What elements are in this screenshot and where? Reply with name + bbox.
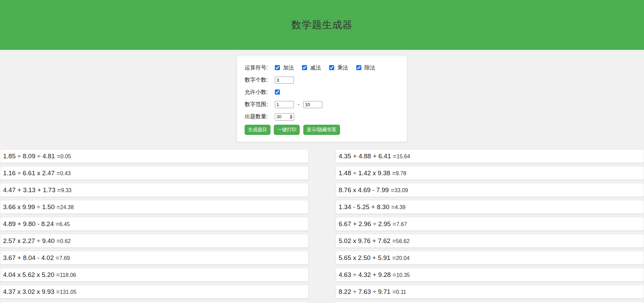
allow-decimal-checkbox[interactable] xyxy=(275,89,280,95)
problem-row: 3.66 x 9.99 ÷ 1.50 =24.38 xyxy=(0,200,308,214)
operator-addition-group: 加法 xyxy=(275,64,294,72)
problem-answer: 10.35 xyxy=(396,272,410,278)
print-button[interactable]: 一键打印 xyxy=(274,125,300,135)
question-count-row: 出题数量: 30 xyxy=(245,113,399,120)
division-checkbox[interactable] xyxy=(356,65,361,70)
problem-row: 4.89 + 9.80 - 8.24 =6.45 xyxy=(0,217,308,231)
problem-expression: 4.04 x 5.62 x 5.20 = xyxy=(3,271,60,278)
problem-expression: 8.22 ÷ 7.63 ÷ 9.71 = xyxy=(339,288,396,295)
problem-row-clipped xyxy=(0,302,308,303)
operators-row: 运算符号: 加法 减法 乘法 除法 xyxy=(245,64,399,72)
problem-row: 1.34 - 5.25 + 8.30 =4.39 xyxy=(336,200,644,214)
problem-row: 5.02 x 9.76 + 7.62 =56.62 xyxy=(336,234,644,248)
problem-expression: 4.37 x 3.02 x 9.93 = xyxy=(3,288,60,295)
problem-answer: 0.62 xyxy=(60,238,71,244)
addition-label: 加法 xyxy=(283,65,294,70)
question-count-value: 30 xyxy=(277,113,281,121)
problem-answer: 9.78 xyxy=(396,170,406,176)
problem-answer: 24.38 xyxy=(60,204,74,210)
problem-answer: 20.04 xyxy=(396,255,410,261)
problem-answer: 0.05 xyxy=(60,154,71,159)
problem-row: 1.48 ÷ 1.42 x 9.38 =9.78 xyxy=(336,166,644,180)
toggle-answers-button[interactable]: 显示/隐藏答案 xyxy=(303,125,340,135)
number-range-label: 数字范围: xyxy=(245,100,268,108)
problem-expression: 4.89 + 9.80 - 8.24 = xyxy=(3,220,59,227)
problem-answer: 118.06 xyxy=(60,272,76,278)
problem-row: 6.67 + 2.96 ÷ 2.95 =7.67 xyxy=(336,217,644,231)
operators-label: 运算符号: xyxy=(245,64,268,72)
problem-expression: 1.85 ÷ 8.09 ÷ 4.81 = xyxy=(3,153,60,160)
problem-answer: 7.67 xyxy=(396,221,407,227)
problem-row: 4.47 + 3.13 + 1.73 =9.33 xyxy=(0,183,308,197)
problem-row: 8.76 x 4.69 - 7.99 =33.09 xyxy=(336,183,644,197)
problem-expression: 4.35 + 4.88 + 6.41 = xyxy=(339,153,397,160)
stepper-arrows-icon[interactable] xyxy=(290,115,292,119)
problem-expression: 4.47 + 3.13 + 1.73 = xyxy=(3,186,61,194)
problem-answer: 7.69 xyxy=(59,255,70,261)
settings-panel: 运算符号: 加法 减法 乘法 除法 数字个数: 允许小数: 数字范围: - 出题 xyxy=(237,56,407,142)
problem-row: 4.37 x 3.02 x 9.93 =131.05 xyxy=(0,285,308,299)
problem-answer: 33.09 xyxy=(394,187,408,193)
question-count-stepper[interactable]: 30 xyxy=(275,113,294,121)
problem-expression: 4.63 ÷ 4.32 + 9.28 = xyxy=(339,271,396,278)
problems-list: 1.85 ÷ 8.09 ÷ 4.81 =0.05 1.16 ÷ 6.61 x 2… xyxy=(0,149,644,303)
problem-expression: 1.16 ÷ 6.61 x 2.47 = xyxy=(3,169,60,177)
multiplication-label: 乘法 xyxy=(337,65,348,70)
operator-division-group: 除法 xyxy=(356,64,375,72)
problem-answer: 15.64 xyxy=(397,154,410,159)
problem-expression: 5.65 x 2.50 + 5.91 = xyxy=(339,254,396,261)
problems-column-left: 1.85 ÷ 8.09 ÷ 4.81 =0.05 1.16 ÷ 6.61 x 2… xyxy=(0,149,308,303)
operator-multiplication-group: 乘法 xyxy=(329,64,348,72)
problem-row: 3.67 + 8.04 - 4.02 =7.69 xyxy=(0,251,308,265)
question-count-label: 出题数量: xyxy=(245,113,268,120)
app-header: 数学题生成器 xyxy=(0,0,644,50)
problem-answer: 0.43 xyxy=(60,170,71,176)
problem-answer: 9.33 xyxy=(61,187,72,193)
range-max-input[interactable] xyxy=(303,101,322,108)
problem-expression: 8.76 x 4.69 - 7.99 = xyxy=(339,186,394,194)
problem-row: 4.63 ÷ 4.32 + 9.28 =10.35 xyxy=(336,268,644,282)
problem-expression: 1.48 ÷ 1.42 x 9.38 = xyxy=(339,169,396,177)
problem-row: 1.16 ÷ 6.61 x 2.47 =0.43 xyxy=(0,166,308,180)
range-separator: - xyxy=(298,100,299,108)
problems-column-right: 4.35 + 4.88 + 6.41 =15.64 1.48 ÷ 1.42 x … xyxy=(336,149,644,303)
action-buttons-row: 生成题目 一键打印 显示/隐藏答案 xyxy=(245,125,399,135)
allow-decimal-row: 允许小数: xyxy=(245,88,399,96)
problem-expression: 6.67 + 2.96 ÷ 2.95 = xyxy=(339,220,396,227)
range-min-input[interactable] xyxy=(275,101,294,108)
page-title: 数学题生成器 xyxy=(291,18,353,32)
problem-expression: 3.66 x 9.99 ÷ 1.50 = xyxy=(3,203,60,210)
problem-expression: 3.67 + 8.04 - 4.02 = xyxy=(3,254,59,261)
problem-expression: 1.34 - 5.25 + 8.30 = xyxy=(339,203,395,210)
digit-count-input[interactable] xyxy=(275,77,294,84)
problem-answer: 56.62 xyxy=(396,238,410,244)
subtraction-checkbox[interactable] xyxy=(302,65,307,70)
addition-checkbox[interactable] xyxy=(275,65,280,70)
problem-row: 8.22 ÷ 7.63 ÷ 9.71 =0.11 xyxy=(336,285,644,299)
problem-row: 1.85 ÷ 8.09 ÷ 4.81 =0.05 xyxy=(0,149,308,163)
problem-row: 5.65 x 2.50 + 5.91 =20.04 xyxy=(336,251,644,265)
problem-row: 4.35 + 4.88 + 6.41 =15.64 xyxy=(336,149,644,163)
problem-row-clipped xyxy=(336,302,644,303)
problem-answer: 6.45 xyxy=(59,221,70,227)
problem-row: 4.04 x 5.62 x 5.20 =118.06 xyxy=(0,268,308,282)
multiplication-checkbox[interactable] xyxy=(329,65,334,70)
problem-answer: 131.05 xyxy=(60,289,76,295)
digit-count-row: 数字个数: xyxy=(245,76,399,84)
operator-subtraction-group: 减法 xyxy=(302,64,321,72)
allow-decimal-label: 允许小数: xyxy=(245,88,268,96)
subtraction-label: 减法 xyxy=(310,65,321,70)
division-label: 除法 xyxy=(364,65,375,70)
problem-expression: 2.57 x 2.27 ÷ 9.40 = xyxy=(3,237,60,244)
problem-answer: 0.11 xyxy=(396,289,406,295)
problem-answer: 4.39 xyxy=(395,204,405,210)
digit-count-label: 数字个数: xyxy=(245,76,268,84)
problem-expression: 5.02 x 9.76 + 7.62 = xyxy=(339,237,396,244)
number-range-row: 数字范围: - xyxy=(245,100,399,108)
generate-button[interactable]: 生成题目 xyxy=(245,125,270,135)
problem-row: 2.57 x 2.27 ÷ 9.40 =0.62 xyxy=(0,234,308,248)
